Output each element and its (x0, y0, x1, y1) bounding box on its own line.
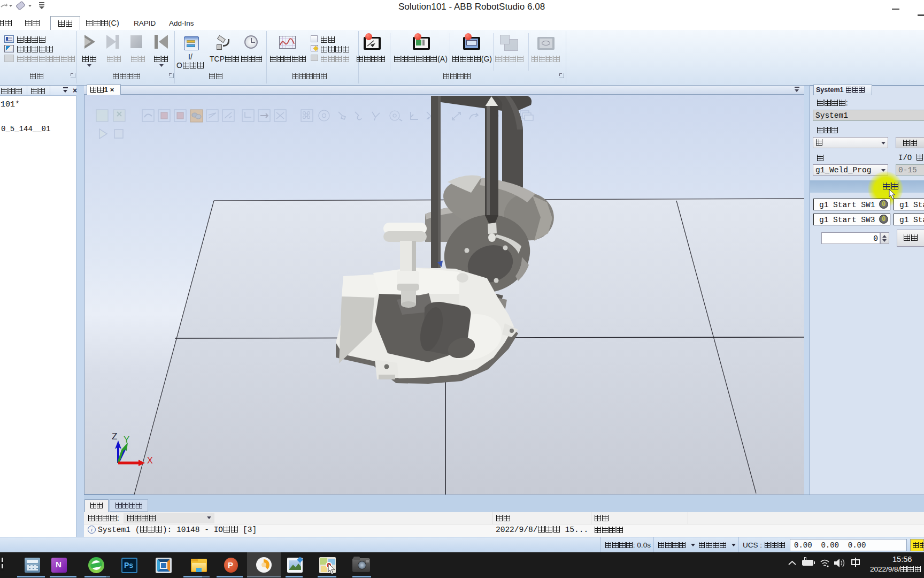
svg-text:Z: Z (112, 431, 117, 442)
svg-text:X: X (147, 456, 153, 465)
svg-text:Y: Y (124, 435, 129, 445)
